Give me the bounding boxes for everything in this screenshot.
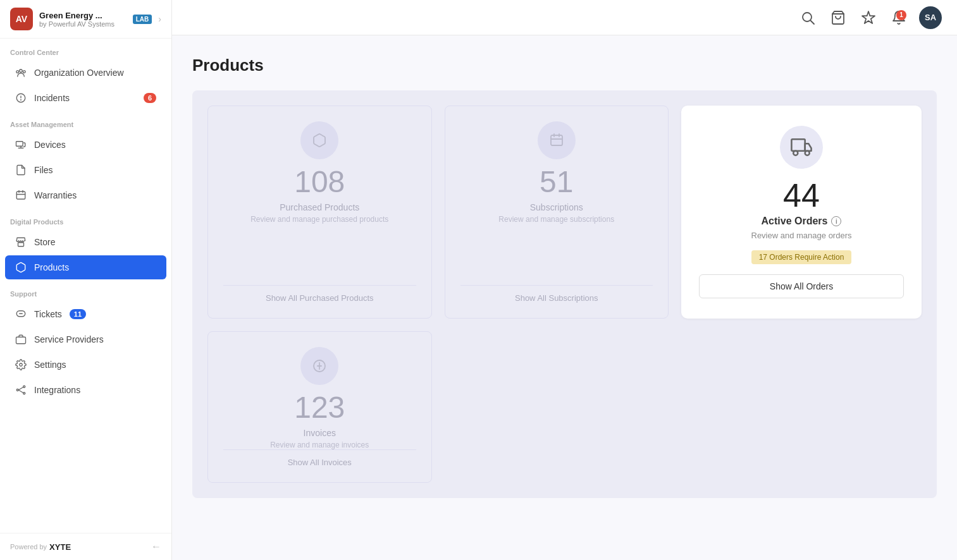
tickets-icon — [15, 308, 27, 320]
subscriptions-count: 51 — [540, 167, 573, 197]
sidebar-item-organization-overview[interactable]: Organization Overview — [5, 61, 166, 85]
sidebar-label-incidents: Incidents — [34, 93, 70, 103]
purchased-products-label: Purchased Products — [280, 202, 359, 212]
subscriptions-desc: Review and manage subscriptions — [498, 215, 614, 285]
svg-rect-25 — [551, 135, 562, 145]
svg-point-0 — [20, 70, 23, 73]
svg-point-1 — [16, 71, 19, 73]
incidents-badge: 6 — [144, 93, 156, 103]
sidebar-label-tickets: Tickets — [34, 309, 62, 319]
svg-point-16 — [20, 363, 23, 367]
purchased-products-desc: Review and manage purchased products — [250, 215, 388, 285]
collapse-arrow-icon[interactable]: ← — [151, 541, 161, 552]
lab-badge: LAB — [133, 15, 152, 24]
invoices-desc: Review and manage invoices — [270, 441, 369, 449]
svg-line-23 — [811, 20, 815, 24]
app-title-block: Green Energy ... by Powerful AV Systems — [39, 11, 127, 28]
active-orders-info-icon[interactable]: i — [831, 216, 841, 226]
sidebar-label-settings: Settings — [34, 360, 66, 370]
show-all-invoices-link[interactable]: Show All Invoices — [223, 449, 416, 467]
asset-management-section-label: Asset Management — [0, 111, 171, 132]
page-title: Products — [192, 56, 937, 75]
svg-point-5 — [21, 100, 22, 100]
settings-icon — [15, 359, 27, 370]
sidebar-item-files[interactable]: Files — [5, 158, 166, 182]
notification-badge: 1 — [896, 10, 906, 20]
purchased-products-count: 108 — [294, 167, 345, 197]
sidebar-label-integrations: Integrations — [34, 385, 80, 395]
active-orders-card: 44 Active Orders i Review and manage ord… — [681, 106, 922, 319]
sidebar-label-files: Files — [34, 165, 53, 175]
svg-rect-15 — [16, 337, 26, 344]
sidebar-item-integrations[interactable]: Integrations — [5, 378, 166, 402]
support-section-label: Support — [0, 280, 171, 301]
sidebar-item-settings[interactable]: Settings — [5, 353, 166, 377]
sidebar-collapse-icon[interactable]: › — [158, 14, 161, 24]
integrations-icon — [15, 384, 27, 396]
orders-action-badge: 17 Orders Require Action — [751, 250, 852, 264]
sidebar-item-products[interactable]: Products — [5, 255, 166, 279]
svg-line-21 — [18, 390, 23, 393]
warranties-icon — [15, 190, 27, 201]
tickets-badge: 11 — [70, 309, 86, 319]
invoices-card: 123 Invoices Review and manage invoices … — [207, 331, 432, 483]
page-body: Products 108 Purchased Products Review a… — [172, 35, 957, 560]
control-center-section-label: Control Center — [0, 39, 171, 60]
app-subtitle: by Powerful AV Systems — [39, 20, 127, 28]
active-orders-desc: Review and manage orders — [751, 231, 852, 240]
main-content: 1 SA Products 108 Purchased Products Rev… — [172, 0, 957, 560]
app-logo: AV — [10, 8, 33, 30]
svg-line-20 — [18, 387, 23, 391]
incidents-icon — [15, 92, 27, 104]
show-all-purchased-products-link[interactable]: Show All Purchased Products — [223, 285, 416, 303]
show-all-subscriptions-link[interactable]: Show All Subscriptions — [460, 285, 653, 303]
devices-icon — [15, 139, 27, 150]
org-icon — [15, 67, 27, 78]
svg-rect-9 — [16, 192, 25, 199]
search-icon[interactable] — [798, 8, 818, 28]
sidebar-label-devices: Devices — [34, 140, 66, 150]
powered-by: Powered by XYTE — [10, 542, 71, 552]
subscriptions-icon — [538, 121, 576, 159]
store-icon — [15, 236, 27, 248]
invoices-label: Invoices — [304, 428, 336, 438]
products-icon — [15, 262, 27, 273]
show-all-orders-button[interactable]: Show All Orders — [699, 274, 904, 298]
sidebar-item-warranties[interactable]: Warranties — [5, 183, 166, 207]
sparkle-icon[interactable] — [858, 8, 879, 28]
avatar[interactable]: SA — [919, 6, 942, 29]
notification-icon[interactable]: 1 — [889, 8, 909, 28]
sidebar-label-service-providers: Service Providers — [34, 334, 104, 344]
xyte-logo: XYTE — [49, 542, 71, 552]
sidebar-item-devices[interactable]: Devices — [5, 133, 166, 157]
invoices-count: 123 — [294, 393, 345, 423]
svg-rect-13 — [18, 243, 24, 247]
svg-point-2 — [23, 71, 25, 73]
purchased-products-card: 108 Purchased Products Review and manage… — [207, 106, 432, 319]
files-icon — [15, 164, 27, 176]
active-orders-count: 44 — [783, 179, 820, 212]
sidebar-item-service-providers[interactable]: Service Providers — [5, 327, 166, 351]
sidebar-footer: Powered by XYTE ← — [0, 533, 171, 560]
cart-icon[interactable] — [828, 8, 848, 28]
sidebar: AV Green Energy ... by Powerful AV Syste… — [0, 0, 172, 560]
svg-point-31 — [805, 151, 810, 155]
subscriptions-card: 51 Subscriptions Review and manage subsc… — [445, 106, 669, 319]
subscriptions-label: Subscriptions — [530, 202, 583, 212]
sidebar-label-store: Store — [34, 237, 55, 247]
sidebar-item-store[interactable]: Store — [5, 230, 166, 254]
active-orders-icon — [780, 126, 823, 169]
products-cards-area: 108 Purchased Products Review and manage… — [192, 90, 937, 498]
svg-point-30 — [793, 151, 798, 155]
service-providers-icon — [15, 334, 27, 345]
sidebar-item-incidents[interactable]: Incidents 6 — [5, 86, 166, 110]
sidebar-label-warranties: Warranties — [34, 190, 77, 200]
svg-rect-29 — [791, 139, 805, 150]
sidebar-label-organization-overview: Organization Overview — [34, 68, 124, 78]
digital-products-section-label: Digital Products — [0, 208, 171, 229]
active-orders-title: Active Orders i — [762, 216, 842, 227]
app-title: Green Energy ... — [39, 11, 127, 20]
invoices-icon — [300, 347, 338, 385]
sidebar-item-tickets[interactable]: Tickets 11 — [5, 302, 166, 326]
purchased-products-icon — [300, 121, 338, 159]
